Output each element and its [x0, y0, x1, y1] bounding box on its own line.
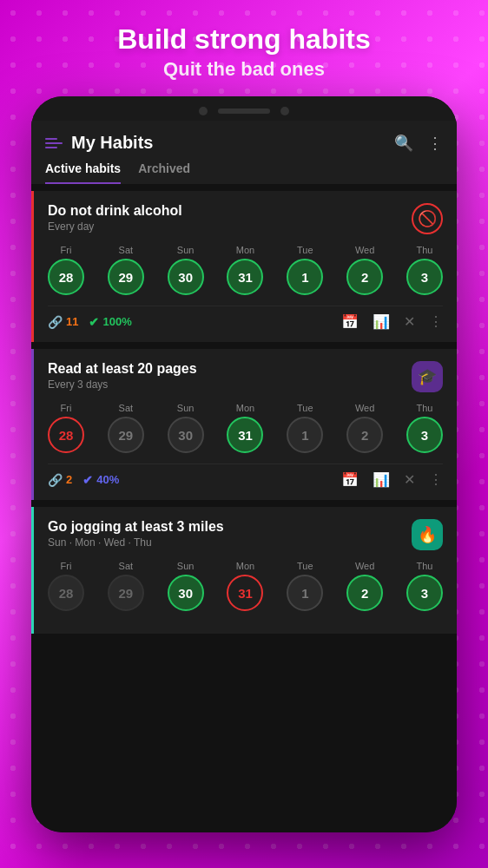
day-label: Sun [177, 403, 195, 413]
header-left: My Habits [45, 133, 153, 153]
day-circle[interactable]: 29 [108, 417, 144, 453]
day-circle[interactable]: 29 [108, 259, 144, 295]
habit-card-3: Go jogging at least 3 miles Sun · Mon · … [31, 507, 457, 634]
hero-section: Build strong habits Quit the bad ones [100, 0, 388, 96]
day-label: Tue [297, 403, 313, 413]
day-col-mon-1: Mon 31 [227, 245, 263, 295]
menu-line-bot [45, 147, 57, 148]
app-title: My Habits [71, 133, 153, 153]
tabs-row: Active habits Archived [45, 161, 443, 184]
day-circle[interactable]: 31 [227, 417, 263, 453]
habit-2-icon: 🎓 [412, 361, 443, 392]
day-col-wed-1: Wed 2 [346, 245, 383, 295]
more-action-2[interactable]: ⋮ [429, 471, 443, 488]
hero-subtitle: Quit the bad ones [117, 58, 371, 81]
day-label: Fri [61, 245, 72, 255]
check-icon: ✔ [89, 315, 99, 329]
day-col-fri-1: Fri 28 [48, 245, 84, 295]
day-label: Mon [236, 561, 254, 571]
day-circle[interactable]: 31 [227, 259, 263, 295]
day-circle[interactable]: 2 [346, 417, 383, 453]
menu-line-top [45, 138, 57, 140]
jogging-icon: 🔥 [418, 525, 437, 544]
day-label: Tue [297, 245, 313, 255]
day-col-mon-2: Mon 31 [227, 403, 263, 453]
habit-2-subtitle: Every 3 days [48, 378, 197, 391]
day-col-sun-3: Sun 30 [168, 561, 204, 611]
day-col-sat-3: Sat 29 [108, 561, 144, 611]
day-circle[interactable]: 2 [346, 259, 383, 295]
action-icons-1: 📅 📊 ✕ ⋮ [341, 313, 443, 330]
day-circle[interactable]: 1 [287, 575, 323, 611]
day-col-sat-2: Sat 29 [108, 403, 144, 453]
phone-frame: My Habits 🔍 ⋮ Active habits Archived Do … [31, 96, 457, 832]
day-circle[interactable]: 3 [406, 575, 443, 611]
day-circle[interactable]: 3 [406, 259, 443, 295]
header-icons: 🔍 ⋮ [394, 134, 443, 153]
day-label: Tue [297, 561, 313, 571]
day-circle[interactable]: 29 [108, 575, 144, 611]
day-col-fri-3: Fri 28 [48, 561, 84, 611]
day-col-thu-3: Thu 3 [406, 561, 443, 611]
day-col-tue-1: Tue 1 [287, 245, 323, 295]
day-circle[interactable]: 2 [346, 575, 383, 611]
completion-stat-2: ✔ 40% [82, 473, 119, 487]
menu-icon[interactable] [45, 138, 63, 148]
no-drink-icon: 🚫 [418, 209, 437, 228]
skip-action-1[interactable]: ✕ [404, 313, 415, 330]
link-icon-2: 🔗 [48, 473, 63, 487]
day-label: Sat [119, 245, 134, 255]
habit-3-header: Go jogging at least 3 miles Sun · Mon · … [48, 519, 443, 550]
day-label: Mon [236, 403, 254, 413]
search-icon[interactable]: 🔍 [394, 134, 413, 153]
day-col-wed-2: Wed 2 [346, 403, 383, 453]
more-icon[interactable]: ⋮ [427, 134, 443, 153]
day-col-sat-1: Sat 29 [108, 245, 144, 295]
action-icons-2: 📅 📊 ✕ ⋮ [341, 471, 443, 488]
day-circle[interactable]: 28 [48, 259, 84, 295]
speaker-bar [218, 108, 270, 114]
stats-left-2: 🔗 2 ✔ 40% [48, 473, 119, 487]
app-header: My Habits 🔍 ⋮ Active habits Archived [31, 121, 457, 184]
day-circle[interactable]: 3 [406, 417, 443, 453]
chart-action-2[interactable]: 📊 [373, 471, 390, 488]
habit-card-1: Do not drink alcohol Every day 🚫 Fri 28 … [31, 191, 457, 342]
day-circle[interactable]: 28 [48, 575, 84, 611]
read-icon: 🎓 [418, 367, 437, 386]
day-label: Fri [61, 561, 72, 571]
chart-action-1[interactable]: 📊 [373, 313, 390, 330]
day-label: Sun [177, 561, 195, 571]
calendar-action-1[interactable]: 📅 [341, 313, 359, 330]
check-icon-2: ✔ [82, 473, 93, 487]
hero-title: Build strong habits [117, 24, 371, 55]
skip-action-2[interactable]: ✕ [404, 471, 415, 488]
day-label: Mon [236, 245, 254, 255]
habit-2-stats: 🔗 2 ✔ 40% 📅 📊 ✕ ⋮ [48, 464, 443, 488]
day-label: Thu [416, 403, 432, 413]
day-circle[interactable]: 28 [48, 417, 84, 453]
day-col-wed-3: Wed 2 [346, 561, 383, 611]
habit-1-header: Do not drink alcohol Every day 🚫 [48, 203, 443, 234]
day-circle[interactable]: 30 [168, 575, 204, 611]
day-col-tue-2: Tue 1 [287, 403, 323, 453]
day-label: Sat [119, 561, 134, 571]
habits-list: Do not drink alcohol Every day 🚫 Fri 28 … [31, 191, 457, 634]
completion-value-2: 40% [96, 473, 119, 486]
tab-archived[interactable]: Archived [138, 161, 190, 184]
habit-3-info: Go jogging at least 3 miles Sun · Mon · … [48, 519, 224, 549]
more-action-1[interactable]: ⋮ [429, 313, 443, 330]
day-col-sun-2: Sun 30 [168, 403, 204, 453]
day-circle[interactable]: 1 [287, 417, 323, 453]
calendar-action-2[interactable]: 📅 [341, 471, 359, 488]
tab-active-habits[interactable]: Active habits [45, 161, 121, 184]
habit-2-title: Read at least 20 pages [48, 361, 197, 377]
streak-value-1: 11 [66, 315, 78, 328]
habit-1-title: Do not drink alcohol [48, 203, 182, 219]
completion-value-1: 100% [102, 315, 131, 328]
day-circle[interactable]: 1 [287, 259, 323, 295]
day-circle[interactable]: 30 [168, 417, 204, 453]
habit-3-subtitle: Sun · Mon · Wed · Thu [48, 536, 224, 549]
day-circle[interactable]: 31 [227, 575, 263, 611]
day-circle[interactable]: 30 [168, 259, 204, 295]
habit-2-info: Read at least 20 pages Every 3 days [48, 361, 197, 391]
